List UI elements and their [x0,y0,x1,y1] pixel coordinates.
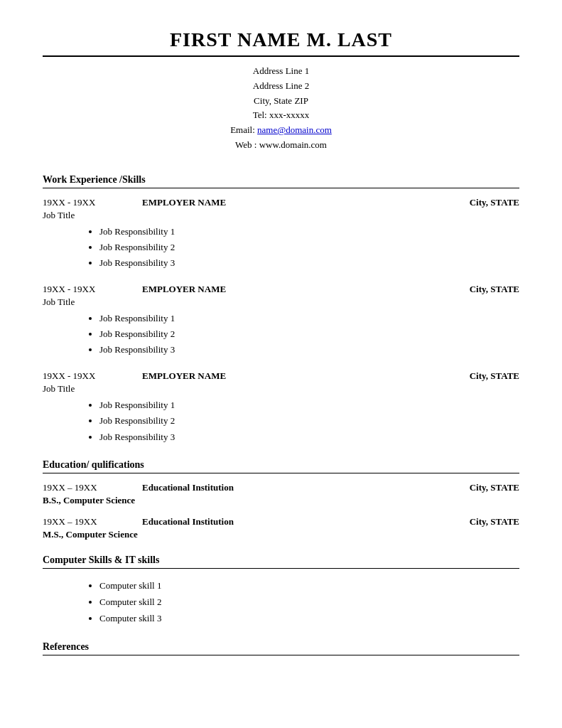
job-location-1: City, STATE [470,197,519,208]
employer-name-2: EMPLOYER NAME [128,284,470,295]
job-dates-1: 19XX - 19XX [43,197,128,208]
edu-entry-2: 19XX – 19XX Educational Institution City… [43,516,519,540]
responsibility-3-3: Job Responsibility 3 [99,429,519,445]
skill-2: Computer skill 2 [99,594,519,610]
edu-dates-1: 19XX – 19XX [43,482,128,493]
resume-page: FIRST NAME M. LAST Address Line 1 Addres… [0,0,562,728]
employer-name-1: EMPLOYER NAME [128,197,470,208]
responsibilities-1: Job Responsibility 1 Job Responsibility … [43,224,519,271]
job-entry-1: 19XX - 19XX EMPLOYER NAME City, STATE Jo… [43,197,519,271]
edu-dates-2: 19XX – 19XX [43,516,128,528]
responsibility-1-3: Job Responsibility 3 [99,255,519,271]
responsibility-3-2: Job Responsibility 2 [99,413,519,429]
contact-info: Address Line 1 Address Line 2 City, Stat… [43,64,519,153]
skills-list: Computer skill 1 Computer skill 2 Comput… [43,577,519,627]
email-line: Email: name@domain.com [43,123,519,138]
edu-degree-1: B.S., Computer Science [43,495,519,506]
job-title-1: Job Title [43,210,519,221]
employer-name-3: EMPLOYER NAME [128,370,470,382]
work-experience-section: Work Experience /Skills 19XX - 19XX EMPL… [43,174,519,445]
skill-1: Computer skill 1 [99,577,519,594]
job-dates-3: 19XX - 19XX [43,370,128,382]
edu-entry-1: 19XX – 19XX Educational Institution City… [43,482,519,506]
responsibility-2-2: Job Responsibility 2 [99,326,519,342]
job-dates-2: 19XX - 19XX [43,284,128,295]
references-header: References [43,641,519,655]
edu-institution-1: Educational Institution [128,482,470,493]
education-section: Education/ qulifications 19XX – 19XX Edu… [43,459,519,540]
job-location-2: City, STATE [470,284,519,295]
email-label: Email: [230,124,255,135]
web-line: Web : www.domain.com [43,138,519,153]
job-title-2: Job Title [43,296,519,308]
responsibility-2-3: Job Responsibility 3 [99,342,519,358]
references-section: References [43,641,519,655]
edu-location-1: City, STATE [470,482,519,493]
job-line-1: 19XX - 19XX EMPLOYER NAME City, STATE [43,197,519,208]
responsibility-1-1: Job Responsibility 1 [99,224,519,240]
education-header: Education/ qulifications [43,459,519,473]
computer-skills-header: Computer Skills & IT skills [43,555,519,569]
job-title-3: Job Title [43,383,519,395]
computer-skills-section: Computer Skills & IT skills Computer ski… [43,555,519,627]
edu-line-1: 19XX – 19XX Educational Institution City… [43,482,519,493]
city-state-zip: City, State ZIP [43,94,519,109]
full-name: FIRST NAME M. LAST [43,28,519,57]
email-link[interactable]: name@domain.com [257,124,332,135]
job-entry-2: 19XX - 19XX EMPLOYER NAME City, STATE Jo… [43,284,519,358]
edu-line-2: 19XX – 19XX Educational Institution City… [43,516,519,528]
responsibilities-2: Job Responsibility 1 Job Responsibility … [43,311,519,358]
skill-3: Computer skill 3 [99,610,519,626]
responsibilities-3: Job Responsibility 1 Job Responsibility … [43,397,519,444]
responsibility-1-2: Job Responsibility 2 [99,240,519,255]
edu-institution-2: Educational Institution [128,516,470,528]
edu-location-2: City, STATE [470,516,519,528]
resume-header: FIRST NAME M. LAST [43,28,519,57]
work-experience-header: Work Experience /Skills [43,174,519,188]
job-line-2: 19XX - 19XX EMPLOYER NAME City, STATE [43,284,519,295]
responsibility-3-1: Job Responsibility 1 [99,397,519,413]
job-line-3: 19XX - 19XX EMPLOYER NAME City, STATE [43,370,519,382]
job-entry-3: 19XX - 19XX EMPLOYER NAME City, STATE Jo… [43,370,519,444]
responsibility-2-1: Job Responsibility 1 [99,311,519,326]
tel: Tel: xxx-xxxxx [43,108,519,123]
job-location-3: City, STATE [470,370,519,382]
address-line2: Address Line 2 [43,79,519,94]
address-line1: Address Line 1 [43,64,519,79]
edu-degree-2: M.S., Computer Science [43,529,519,540]
